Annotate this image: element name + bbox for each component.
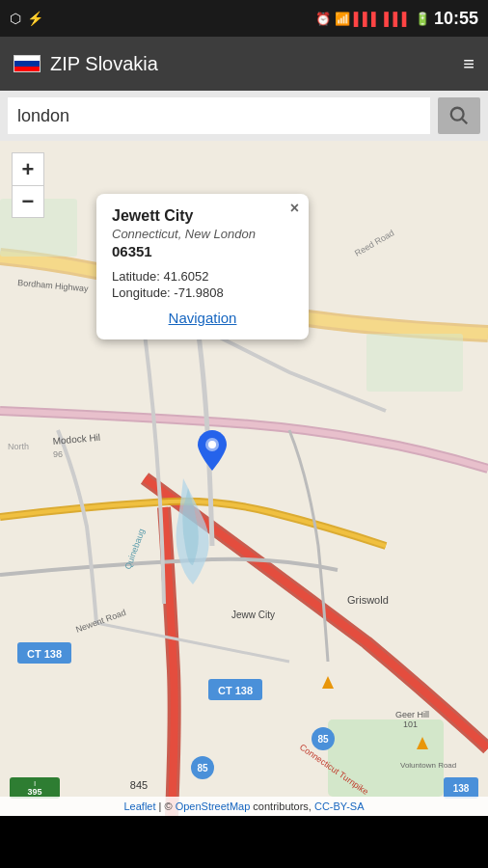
svg-text:85: 85	[197, 763, 208, 773]
svg-text:CT 138: CT 138	[218, 685, 253, 696]
popup-state: Connecticut, New London	[112, 227, 293, 241]
svg-point-0	[451, 108, 464, 121]
alarm-icon: ⏰	[315, 12, 331, 26]
app-title: ZIP Slovakia	[50, 53, 158, 75]
popup-longitude: Longitude: -71.9808	[112, 285, 293, 300]
osm-link[interactable]: OpenStreetMap	[176, 800, 251, 812]
signal2-icon: ▌▌▌	[384, 12, 411, 26]
status-icons-right: ⏰ 📶 ▌▌▌ ▌▌▌ 🔋 10:55	[315, 9, 478, 29]
search-button[interactable]	[438, 97, 480, 134]
popup-close-button[interactable]: ×	[290, 200, 299, 217]
svg-text:Geer Hill: Geer Hill	[395, 710, 429, 719]
license-link[interactable]: CC-BY-SA	[314, 800, 365, 812]
app-bar-left: ZIP Slovakia	[14, 53, 158, 75]
zoom-controls: + −	[12, 152, 44, 218]
footer-contributors: contributors,	[253, 800, 314, 812]
app-bar: ZIP Slovakia ≡	[0, 37, 488, 91]
svg-text:101: 101	[403, 719, 418, 729]
zoom-out-button[interactable]: −	[12, 185, 44, 218]
map-popup: × Jewett City Connecticut, New London 06…	[96, 194, 309, 339]
wifi-icon: 📶	[335, 12, 350, 26]
search-input[interactable]	[8, 97, 430, 134]
map-pin	[198, 430, 227, 475]
battery-icon: 🔋	[415, 12, 430, 26]
usb-icon: ⬡	[10, 11, 21, 26]
status-time: 10:55	[434, 9, 478, 29]
svg-point-38	[208, 441, 216, 448]
charge-icon: ⚡	[27, 11, 43, 26]
svg-rect-3	[328, 719, 444, 797]
navigation-link[interactable]: Navigation	[112, 310, 293, 326]
map-footer: Leaflet | © OpenStreetMap contributors, …	[0, 797, 488, 816]
app-flag-icon	[14, 55, 41, 72]
menu-icon[interactable]: ≡	[463, 53, 474, 75]
status-bar: ⬡ ⚡ ⏰ 📶 ▌▌▌ ▌▌▌ 🔋 10:55	[0, 0, 488, 37]
leaflet-link[interactable]: Leaflet	[123, 800, 155, 812]
svg-text:Jeww City: Jeww City	[231, 610, 275, 620]
map-container[interactable]: CT 138 CT 138 85 85 I 395 845 138 164 Mo…	[0, 141, 488, 816]
svg-rect-5	[366, 334, 463, 392]
svg-line-1	[462, 119, 467, 123]
status-icons-left: ⬡ ⚡	[10, 11, 43, 26]
svg-text:845: 845	[130, 779, 148, 791]
svg-text:Griswold: Griswold	[347, 594, 389, 606]
svg-text:85: 85	[317, 734, 329, 745]
search-bar	[0, 91, 488, 141]
svg-text:96: 96	[53, 449, 63, 459]
zoom-in-button[interactable]: +	[12, 152, 44, 185]
signal-icon: ▌▌▌	[354, 12, 381, 26]
popup-zip: 06351	[112, 243, 293, 259]
svg-text:CT 138: CT 138	[27, 648, 62, 660]
svg-text:395: 395	[27, 787, 41, 797]
svg-text:Voluntown Road: Voluntown Road	[400, 761, 456, 770]
svg-text:138: 138	[453, 783, 470, 794]
footer-separator: | ©	[159, 800, 176, 812]
popup-latitude: Latitude: 41.6052	[112, 269, 293, 284]
popup-city: Jewett City	[112, 207, 293, 225]
svg-text:North: North	[8, 442, 29, 451]
